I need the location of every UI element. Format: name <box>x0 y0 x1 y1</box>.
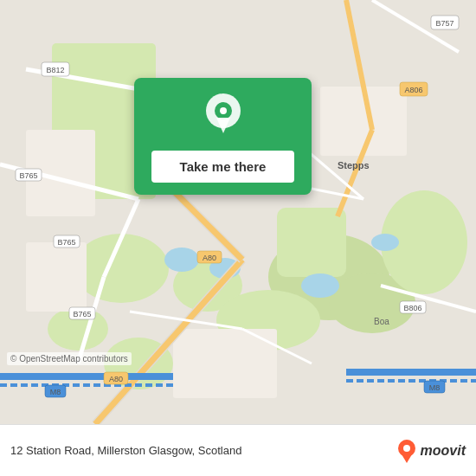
svg-text:B757: B757 <box>435 19 453 28</box>
moovit-pin-icon <box>397 439 416 463</box>
svg-point-14 <box>371 234 399 251</box>
svg-point-71 <box>403 445 410 452</box>
location-card: Take me there <box>134 78 312 195</box>
svg-rect-7 <box>277 208 346 277</box>
svg-point-13 <box>301 273 339 298</box>
svg-point-11 <box>164 248 199 272</box>
svg-text:M8: M8 <box>50 388 61 396</box>
moovit-text: moovit <box>421 443 466 459</box>
svg-text:M8: M8 <box>429 383 441 392</box>
svg-rect-18 <box>26 242 87 312</box>
svg-text:B806: B806 <box>403 304 421 312</box>
svg-text:A806: A806 <box>404 86 422 94</box>
map-container: B757 B812 A806 B765 B765 B765 A80 A80 M8… <box>0 0 476 424</box>
svg-text:A80: A80 <box>203 254 216 262</box>
map-attribution: © OpenStreetMap contributors <box>7 352 132 365</box>
svg-text:B765: B765 <box>19 171 37 180</box>
svg-point-67 <box>220 107 227 114</box>
svg-text:A80: A80 <box>109 375 123 383</box>
moovit-logo: moovit <box>397 439 466 463</box>
svg-text:B765: B765 <box>57 238 75 247</box>
location-pin-icon <box>201 93 246 138</box>
svg-text:Stepps: Stepps <box>338 160 370 170</box>
footer: 12 Station Road, Millerston Glasgow, Sco… <box>0 424 476 476</box>
take-me-there-button[interactable]: Take me there <box>151 151 294 183</box>
svg-marker-70 <box>402 454 412 463</box>
svg-text:B765: B765 <box>73 310 91 318</box>
address-text: 12 Station Road, Millerston Glasgow, Sco… <box>10 444 241 457</box>
svg-point-4 <box>74 234 169 303</box>
svg-text:Boa: Boa <box>374 317 389 326</box>
svg-text:B812: B812 <box>46 66 64 74</box>
